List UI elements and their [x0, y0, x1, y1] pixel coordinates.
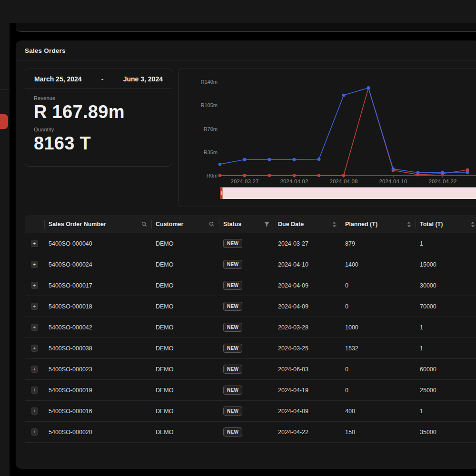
cell-customer: DEMO — [152, 282, 219, 289]
expand-row-button[interactable]: + — [31, 407, 38, 415]
cell-planned: 0 — [341, 366, 416, 373]
cell-total: 70000 — [416, 303, 476, 310]
summary-card: March 25, 2024 - June 3, 2024 Revenue R … — [25, 69, 172, 167]
cell-total: 1 — [416, 324, 476, 331]
status-badge: NEW — [223, 323, 242, 332]
status-badge: NEW — [223, 302, 242, 311]
expand-row-button[interactable]: + — [31, 428, 38, 436]
expand-row-button[interactable]: + — [31, 366, 38, 373]
cell-planned: 400 — [341, 408, 416, 415]
sort-icon[interactable] — [470, 221, 475, 228]
expand-row-button[interactable]: + — [31, 324, 38, 331]
sales-orders-table: Sales Order Number Customer Status Due D… — [25, 215, 476, 443]
date-range-start[interactable]: March 25, 2024 — [34, 75, 82, 83]
table-row[interactable]: + 5400SO-000042 DEMO NEW 2024-03-28 1000… — [25, 317, 476, 338]
cell-sales-order-number: 5400SO-000023 — [45, 366, 152, 373]
cell-total: 25000 — [416, 387, 476, 394]
revenue-line-chart: R140mR105mR70mR35mR0m2024-03-272024-04-0… — [178, 69, 476, 207]
cell-sales-order-number: 5400SO-000019 — [45, 387, 152, 394]
column-header-due-date[interactable]: Due Date — [274, 215, 341, 233]
table-header-row: Sales Order Number Customer Status Due D… — [25, 215, 476, 233]
cell-due-date: 2024-04-22 — [274, 429, 341, 436]
search-icon[interactable] — [209, 221, 215, 227]
svg-text:2024-03-27: 2024-03-27 — [231, 178, 259, 184]
expand-row-button[interactable]: + — [31, 261, 38, 268]
cell-customer: DEMO — [152, 387, 219, 394]
cell-sales-order-number: 5400SO-000017 — [45, 282, 152, 289]
svg-text:2024-04-22: 2024-04-22 — [429, 178, 457, 184]
revenue-chart-card: R140mR105mR70mR35mR0m2024-03-272024-04-0… — [178, 69, 476, 207]
quantity-value: 8163 T — [34, 132, 163, 155]
cell-total: 35000 — [416, 429, 476, 436]
cell-due-date: 2024-06-03 — [274, 366, 341, 373]
date-range-end[interactable]: June 3, 2024 — [123, 75, 163, 83]
sales-orders-panel: Sales Orders March 25, 2024 - June 3, 20… — [16, 40, 476, 469]
status-badge: NEW — [223, 407, 242, 416]
cell-planned: 1532 — [341, 345, 416, 352]
column-header-status[interactable]: Status — [219, 215, 274, 233]
cell-due-date: 2024-04-09 — [274, 303, 341, 310]
range-selector-handle[interactable] — [220, 187, 223, 199]
expand-row-button[interactable]: + — [31, 303, 38, 310]
cell-due-date: 2024-03-28 — [274, 324, 341, 331]
date-range-picker[interactable]: March 25, 2024 - June 3, 2024 — [25, 69, 172, 89]
cell-due-date: 2024-03-27 — [274, 240, 341, 247]
svg-text:R140m: R140m — [201, 79, 218, 85]
cell-due-date: 2024-03-25 — [274, 345, 341, 352]
cell-customer: DEMO — [152, 429, 219, 436]
left-sidebar — [0, 23, 10, 476]
status-badge: NEW — [223, 281, 242, 290]
table-row[interactable]: + 5400SO-000020 DEMO NEW 2024-04-22 150 … — [25, 422, 476, 443]
search-icon[interactable] — [141, 221, 147, 227]
expand-row-button[interactable]: + — [31, 282, 38, 289]
expand-row-button[interactable]: + — [31, 387, 38, 394]
cell-sales-order-number: 5400SO-000016 — [45, 408, 152, 415]
cell-planned: 0 — [341, 282, 416, 289]
cell-total: 1 — [416, 408, 476, 415]
cell-sales-order-number: 5400SO-000042 — [45, 324, 152, 331]
cell-sales-order-number: 5400SO-000020 — [45, 429, 152, 436]
table-row[interactable]: + 5400SO-000023 DEMO NEW 2024-06-03 0 60… — [25, 359, 476, 380]
quantity-label: Quantity — [34, 127, 163, 132]
table-row[interactable]: + 5400SO-000038 DEMO NEW 2024-03-25 1532… — [25, 338, 476, 359]
column-header-planned-t-[interactable]: Planned (T) — [341, 215, 416, 233]
expand-row-button[interactable]: + — [31, 345, 38, 352]
cell-customer: DEMO — [152, 303, 219, 310]
svg-text:R35m: R35m — [204, 149, 218, 155]
cell-total: 60000 — [416, 366, 476, 373]
cell-total: 15000 — [416, 261, 476, 268]
table-row[interactable]: + 5400SO-000017 DEMO NEW 2024-04-09 0 30… — [25, 275, 476, 296]
sidebar-divider — [0, 89, 10, 90]
status-badge: NEW — [223, 239, 242, 248]
sidebar-active-accent[interactable] — [0, 114, 8, 129]
table-row[interactable]: + 5400SO-000040 DEMO NEW 2024-03-27 879 … — [25, 233, 476, 254]
filter-icon[interactable] — [264, 222, 269, 227]
table-row[interactable]: + 5400SO-000024 DEMO NEW 2024-04-10 1400… — [25, 254, 476, 275]
column-header-customer[interactable]: Customer — [152, 215, 219, 233]
svg-text:R105m: R105m — [201, 102, 218, 108]
status-badge: NEW — [223, 260, 242, 269]
svg-text:R70m: R70m — [204, 126, 218, 132]
cell-customer: DEMO — [152, 408, 219, 415]
cell-total: 30000 — [416, 282, 476, 289]
cell-due-date: 2024-04-10 — [274, 261, 341, 268]
status-badge: NEW — [223, 386, 242, 395]
table-row[interactable]: + 5400SO-000016 DEMO NEW 2024-04-09 400 … — [25, 401, 476, 422]
cell-planned: 1400 — [341, 261, 416, 268]
column-header-sales-order-number[interactable]: Sales Order Number — [45, 215, 152, 233]
status-badge: NEW — [223, 427, 242, 436]
chart-range-selector[interactable] — [220, 187, 476, 199]
sort-icon[interactable] — [407, 221, 411, 228]
expand-row-button[interactable]: + — [31, 240, 38, 247]
column-header-total-t-[interactable]: Total (T) — [416, 215, 476, 233]
cell-sales-order-number: 5400SO-000038 — [45, 345, 152, 352]
upper-card-bottom-edge — [16, 23, 476, 32]
table-row[interactable]: + 5400SO-000018 DEMO NEW 2024-04-09 0 70… — [25, 296, 476, 317]
panel-titlebar: Sales Orders — [16, 40, 476, 61]
sort-icon[interactable] — [332, 221, 337, 228]
table-row[interactable]: + 5400SO-000019 DEMO NEW 2024-04-19 0 25… — [25, 380, 476, 401]
date-range-separator: - — [101, 75, 104, 83]
cell-sales-order-number: 5400SO-000024 — [45, 261, 152, 268]
cell-total: 1 — [416, 345, 476, 352]
cell-planned: 0 — [341, 387, 416, 394]
